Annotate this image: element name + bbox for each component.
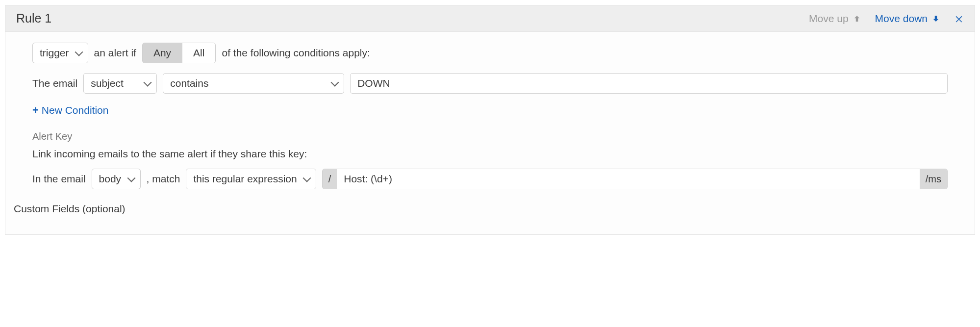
plus-icon: + xyxy=(32,105,39,116)
trigger-text-after: of the following conditions apply: xyxy=(222,47,370,59)
regex-close-delim: /ms xyxy=(920,169,947,189)
toggle-all-label: All xyxy=(193,47,204,59)
condition-operator-value: contains xyxy=(170,77,208,89)
alert-key-prefix: In the email xyxy=(32,173,86,185)
move-up-label: Move up xyxy=(809,13,849,25)
alert-key-heading: Alert Key xyxy=(32,131,948,142)
trigger-select[interactable]: trigger xyxy=(32,43,88,63)
rule-body: trigger an alert if Any All of the follo… xyxy=(5,32,975,234)
alert-key-matchtype-value: this regular expression xyxy=(193,173,297,185)
arrow-down-icon xyxy=(931,14,940,23)
rule-header: Rule 1 Move up Move down xyxy=(5,5,975,32)
custom-fields-heading: Custom Fields (optional) xyxy=(14,203,948,215)
rule-title: Rule 1 xyxy=(16,11,51,25)
trigger-text-before: an alert if xyxy=(94,47,136,59)
move-down-label: Move down xyxy=(875,13,928,25)
condition-row: The email subject contains xyxy=(32,73,948,94)
toggle-all[interactable]: All xyxy=(182,43,215,63)
condition-field-select[interactable]: subject xyxy=(83,73,157,94)
alert-key-source-select[interactable]: body xyxy=(92,169,141,189)
condition-value-input[interactable] xyxy=(350,73,948,94)
delete-rule-button[interactable] xyxy=(954,14,964,24)
condition-field-value: subject xyxy=(91,77,124,89)
trigger-select-value: trigger xyxy=(40,47,69,59)
regex-open-delim: / xyxy=(323,169,337,189)
alert-key-row: In the email body , match this regular e… xyxy=(32,169,948,189)
rule-card: Rule 1 Move up Move down xyxy=(5,5,975,235)
move-up-button[interactable]: Move up xyxy=(809,13,861,25)
new-condition-button[interactable]: + New Condition xyxy=(32,104,108,116)
toggle-any[interactable]: Any xyxy=(143,43,182,63)
rule-header-actions: Move up Move down xyxy=(809,13,964,25)
condition-operator-select[interactable]: contains xyxy=(163,73,344,94)
move-down-button[interactable]: Move down xyxy=(875,13,940,25)
regex-input[interactable] xyxy=(337,169,920,189)
trigger-row: trigger an alert if Any All of the follo… xyxy=(32,43,948,63)
new-condition-label: New Condition xyxy=(42,104,109,116)
toggle-any-label: Any xyxy=(153,47,171,59)
close-icon xyxy=(954,14,964,24)
condition-prefix: The email xyxy=(32,77,77,89)
arrow-up-icon xyxy=(853,14,861,23)
alert-key-source-value: body xyxy=(99,173,122,185)
alert-key-matchtype-select[interactable]: this regular expression xyxy=(186,169,316,189)
alert-key-description: Link incoming emails to the same alert i… xyxy=(32,148,948,160)
regex-input-group: / /ms xyxy=(322,169,948,189)
alert-key-middle: , match xyxy=(147,173,180,185)
any-all-toggle: Any All xyxy=(142,43,216,63)
